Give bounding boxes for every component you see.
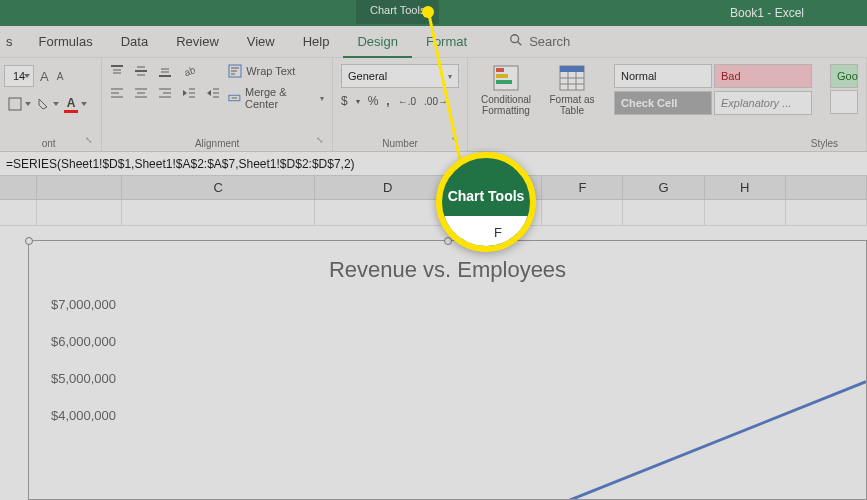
- style-check-cell[interactable]: Check Cell: [614, 91, 712, 115]
- svg-rect-2: [9, 98, 21, 110]
- ribbon: 14 A A A ont ⤡: [0, 58, 867, 152]
- tab-design[interactable]: Design: [343, 26, 411, 58]
- column-header-next[interactable]: [786, 176, 867, 199]
- column-header-g[interactable]: G: [623, 176, 704, 199]
- align-bottom-icon[interactable]: [158, 64, 172, 82]
- styles-group-label: Styles: [476, 136, 858, 149]
- style-good[interactable]: Goo: [830, 64, 858, 88]
- tab-help[interactable]: Help: [289, 26, 344, 58]
- svg-rect-34: [496, 80, 512, 84]
- style-explanatory[interactable]: Explanatory ...: [714, 91, 812, 115]
- orientation-icon[interactable]: ab: [182, 64, 196, 82]
- merge-center-button[interactable]: Merge & Center ▾: [228, 86, 324, 110]
- column-header-f[interactable]: F: [542, 176, 623, 199]
- style-partial[interactable]: [830, 90, 858, 114]
- tab-view[interactable]: View: [233, 26, 289, 58]
- tab-partial[interactable]: s: [0, 26, 25, 58]
- format-as-table-button[interactable]: Format as Table: [542, 64, 602, 116]
- formula-input[interactable]: =SERIES(Sheet1!$D$1,Sheet1!$A$2:$A$7,She…: [0, 157, 867, 171]
- increase-decimal-button[interactable]: ←.0: [398, 96, 416, 107]
- alignment-group-label: Alignment: [110, 136, 324, 149]
- format-as-table-icon: [558, 64, 586, 92]
- search-icon: [509, 33, 523, 50]
- number-group-label: Number: [341, 136, 459, 149]
- magnifier-sub: F: [494, 225, 502, 240]
- font-group-label: ont: [4, 136, 93, 149]
- style-bad[interactable]: Bad: [714, 64, 812, 88]
- row-header-gutter[interactable]: [0, 176, 37, 199]
- svg-line-41: [543, 382, 866, 499]
- alignment-group-launcher-icon[interactable]: ⤡: [316, 135, 328, 147]
- align-left-icon[interactable]: [110, 86, 124, 104]
- conditional-formatting-button[interactable]: Conditional Formatting: [476, 64, 536, 116]
- alignment-group: ab Wrap Text Merge & Center: [102, 58, 333, 151]
- column-headers: C D E F G H: [0, 176, 867, 200]
- currency-button[interactable]: $: [341, 94, 348, 108]
- svg-text:ab: ab: [183, 64, 196, 78]
- column-header-h[interactable]: H: [705, 176, 786, 199]
- callout-anchor-icon: [422, 6, 434, 18]
- comma-button[interactable]: ,: [386, 94, 389, 108]
- magnifier-label: Chart Tools: [448, 188, 525, 204]
- magnifier-callout: Chart Tools F: [436, 152, 536, 252]
- wrap-text-button[interactable]: Wrap Text: [228, 64, 324, 78]
- merge-icon: [228, 91, 241, 105]
- fill-color-button[interactable]: [32, 94, 54, 114]
- grow-font-button[interactable]: A: [38, 69, 51, 84]
- svg-rect-32: [496, 68, 504, 72]
- tab-data[interactable]: Data: [107, 26, 162, 58]
- shrink-font-button[interactable]: A: [55, 71, 66, 82]
- svg-rect-36: [560, 66, 584, 72]
- tab-format[interactable]: Format: [412, 26, 481, 58]
- formula-bar[interactable]: =SERIES(Sheet1!$D$1,Sheet1!$A$2:$A$7,She…: [0, 152, 867, 176]
- tab-review[interactable]: Review: [162, 26, 233, 58]
- sheet-row[interactable]: [0, 200, 867, 226]
- font-size-input[interactable]: 14: [4, 65, 34, 87]
- search-box[interactable]: Search: [509, 33, 570, 50]
- chart-series-line[interactable]: [29, 241, 866, 499]
- column-header-c[interactable]: C: [122, 176, 316, 199]
- percent-button[interactable]: %: [368, 94, 379, 108]
- tab-formulas[interactable]: Formulas: [25, 26, 107, 58]
- search-label: Search: [529, 34, 570, 49]
- font-group: 14 A A A ont ⤡: [0, 58, 102, 151]
- border-button[interactable]: [4, 94, 26, 114]
- styles-group: Conditional Formatting Format as Table N…: [468, 58, 867, 151]
- style-normal[interactable]: Normal: [614, 64, 712, 88]
- font-color-button[interactable]: A: [60, 94, 82, 114]
- font-group-launcher-icon[interactable]: ⤡: [85, 135, 97, 147]
- chart-object[interactable]: Revenue vs. Employees $7,000,000 $6,000,…: [0, 226, 867, 500]
- align-top-icon[interactable]: [110, 64, 124, 82]
- window-title: Book1 - Excel: [730, 6, 804, 20]
- align-right-icon[interactable]: [158, 86, 172, 104]
- align-center-icon[interactable]: [134, 86, 148, 104]
- increase-indent-icon[interactable]: [206, 86, 220, 104]
- decrease-indent-icon[interactable]: [182, 86, 196, 104]
- conditional-formatting-icon: [492, 64, 520, 92]
- align-middle-icon[interactable]: [134, 64, 148, 82]
- svg-point-0: [511, 35, 519, 43]
- cell-styles-gallery[interactable]: Normal Bad Check Cell Explanatory ...: [614, 64, 824, 116]
- wrap-text-icon: [228, 64, 242, 78]
- svg-line-1: [518, 42, 522, 46]
- column-header-partial[interactable]: [37, 176, 122, 199]
- svg-rect-33: [496, 74, 508, 78]
